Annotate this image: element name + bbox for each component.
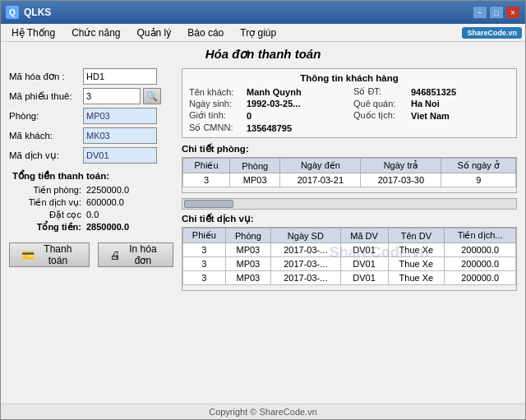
makhach-row: Mã khách:	[9, 127, 173, 144]
content-area: Hóa đơn thanh toán Mã hóa đơn : Mã phiếu…	[1, 42, 525, 404]
phong-input[interactable]	[83, 108, 157, 124]
madichvu-label: Mã dịch vụ:	[9, 150, 83, 161]
search-button[interactable]: 🔍	[143, 88, 161, 104]
maphieuthu-row: Mã phiếu thuê: 🔍	[9, 88, 173, 104]
thanhtoan-icon: 💳	[21, 249, 35, 261]
inhoadon-button[interactable]: 🖨 In hóa đơn	[98, 242, 173, 267]
tienphong-value: 2250000.0	[86, 185, 129, 196]
maphieuthu-input[interactable]	[83, 88, 141, 104]
service-table-header: Phiếu Phòng Ngày SD Mã DV Tên DV Tiền dị…	[183, 228, 516, 243]
room-scrollbar-thumb[interactable]	[184, 200, 233, 208]
service-detail-section: ShareCode.vn Chi tiết dịch vụ: Phiếu Phò…	[182, 213, 517, 291]
mahoadon-label: Mã hóa đơn :	[9, 71, 83, 82]
quequan-label: Quê quán:	[353, 99, 411, 108]
tiendichvu-value: 600000.0	[86, 197, 124, 208]
room-col-ngayden: Ngày đến	[280, 159, 361, 173]
table-row: 3MP032017-03-...DV01Thue Xe200000.0	[183, 257, 516, 271]
svc-col-tiendich: Tiền dịch...	[445, 228, 516, 243]
ngaysinh-value: 1992-03-25...	[247, 99, 300, 108]
tiendichvu-row: Tiền dịch vụ: 600000.0	[12, 197, 173, 208]
menu-chucnang[interactable]: Chức năng	[64, 25, 127, 41]
tongtien-title: Tổng tiền thanh toán:	[12, 170, 173, 182]
tienphong-row: Tiền phòng: 2250000.0	[12, 185, 173, 196]
phong-label: Phòng:	[9, 111, 83, 121]
tongtien-label: Tổng tiền:	[12, 222, 86, 233]
quoctich-label: Quốc tịch:	[353, 110, 411, 121]
datcoc-row: Đặt cọc 0.0	[12, 210, 173, 220]
datcoc-label: Đặt cọc	[12, 210, 86, 220]
maphieuthu-label: Mã phiếu thuê:	[9, 90, 83, 102]
room-col-ngaytra: Ngày trả	[361, 159, 441, 173]
mahoadon-row: Mã hóa đơn :	[9, 68, 173, 85]
window-title: QLKS	[24, 7, 51, 18]
sodt-label: Số ĐT:	[353, 86, 411, 97]
svc-col-tendv: Tên DV	[388, 228, 445, 243]
table-row: 3MP032017-03-...DV01Thue Xe200000.0	[183, 243, 516, 257]
gioitinh-value: 0	[247, 111, 251, 121]
title-bar: Q QLKS − □ ×	[1, 1, 525, 24]
sodt-value: 946851325	[411, 87, 456, 97]
inhoadon-icon: 🖨	[110, 249, 121, 261]
room-table: Phiếu Phòng Ngày đến Ngày trả Số ngày ở …	[182, 158, 516, 187]
tiendichvu-label: Tiền dịch vụ:	[12, 197, 86, 208]
main-window: Q QLKS − □ × Hệ Thống Chức năng Quản lý …	[0, 0, 526, 420]
app-icon: Q	[6, 6, 19, 19]
tongtien-row: Tổng tiền: 2850000.0	[12, 222, 173, 233]
main-layout: Mã hóa đơn : Mã phiếu thuê: 🔍 Phòng: Mã …	[9, 68, 517, 296]
makhach-label: Mã khách:	[9, 131, 83, 141]
service-table-wrapper: Phiếu Phòng Ngày SD Mã DV Tên DV Tiền dị…	[182, 227, 517, 291]
svc-col-madv: Mã DV	[340, 228, 388, 243]
service-detail-title: Chi tiết dịch vụ:	[182, 213, 517, 224]
room-col-phong: Phòng	[230, 159, 280, 173]
tongtien-value: 2850000.0	[86, 222, 129, 233]
tienphong-label: Tiền phòng:	[12, 185, 86, 196]
socmnn-label: Số CMNN:	[189, 122, 247, 133]
menu-baocao[interactable]: Báo cáo	[180, 25, 231, 41]
room-table-header: Phiếu Phòng Ngày đến Ngày trả Số ngày ở	[183, 159, 516, 173]
madichvu-input[interactable]	[83, 147, 157, 164]
totals-section: Tổng tiền thanh toán: Tiền phòng: 225000…	[9, 170, 173, 233]
menu-quanly[interactable]: Quản lý	[130, 25, 179, 41]
svc-col-phong: Phòng	[225, 228, 270, 243]
menu-trogiup[interactable]: Trợ giúp	[233, 25, 284, 41]
room-detail-title: Chi tiết phòng:	[182, 143, 517, 155]
menu-hethong[interactable]: Hệ Thống	[4, 25, 62, 41]
ten-value: Manh Quynh	[247, 87, 302, 97]
service-table: Phiếu Phòng Ngày SD Mã DV Tên DV Tiền dị…	[182, 228, 516, 285]
left-panel: Mã hóa đơn : Mã phiếu thuê: 🔍 Phòng: Mã …	[9, 68, 173, 296]
customer-section-title: Thông tin khách hàng	[189, 73, 510, 83]
table-row: 3MP032017-03-212017-03-309	[183, 173, 516, 187]
datcoc-value: 0.0	[86, 210, 99, 220]
menu-bar: Hệ Thống Chức năng Quản lý Báo cáo Trợ g…	[1, 24, 525, 42]
table-row: 3MP032017-03-...DV01Thue Xe200000.0	[183, 271, 516, 285]
makhach-input[interactable]	[83, 127, 157, 144]
svc-col-phieu: Phiếu	[183, 228, 226, 243]
madichvu-row: Mã dịch vụ:	[9, 147, 173, 164]
quoctich-value: Viet Nam	[411, 111, 450, 121]
phong-row: Phòng:	[9, 108, 173, 124]
ten-label: Tên khách:	[189, 87, 247, 97]
room-scrollbar[interactable]	[182, 198, 517, 210]
page-title: Hóa đơn thanh toán	[9, 47, 517, 62]
thanhtoan-button[interactable]: 💳 Thanh toán	[9, 242, 90, 267]
footer: Copyright © ShareCode.vn	[1, 404, 525, 419]
customer-info: Thông tin khách hàng Tên khách: Manh Quy…	[182, 68, 517, 138]
gioitinh-label: Giới tính:	[189, 110, 247, 121]
minimize-button[interactable]: −	[473, 6, 487, 19]
right-panel: Thông tin khách hàng Tên khách: Manh Quy…	[182, 68, 517, 296]
room-col-songayo: Số ngày ở	[441, 159, 516, 173]
maximize-button[interactable]: □	[489, 6, 504, 19]
socmnn-value: 135648795	[247, 123, 292, 133]
sharecode-logo: ShareCode.vn	[462, 27, 522, 39]
room-detail-section: Chi tiết phòng: Phiếu Phòng Ngày đến Ngà…	[182, 143, 517, 210]
ngaysinh-label: Ngày sinh:	[189, 99, 247, 108]
room-table-wrapper: Phiếu Phòng Ngày đến Ngày trả Số ngày ở …	[182, 157, 517, 193]
room-col-phieu: Phiếu	[183, 159, 230, 173]
svc-col-ngaysd: Ngày SD	[271, 228, 341, 243]
action-buttons: 💳 Thanh toán 🖨 In hóa đơn	[9, 242, 173, 267]
mahoadon-input[interactable]	[83, 68, 157, 85]
customer-grid: Tên khách: Manh Quynh Số ĐT: 946851325 N…	[189, 86, 510, 133]
close-button[interactable]: ×	[505, 6, 520, 19]
quequan-value: Ha Noi	[411, 99, 440, 108]
